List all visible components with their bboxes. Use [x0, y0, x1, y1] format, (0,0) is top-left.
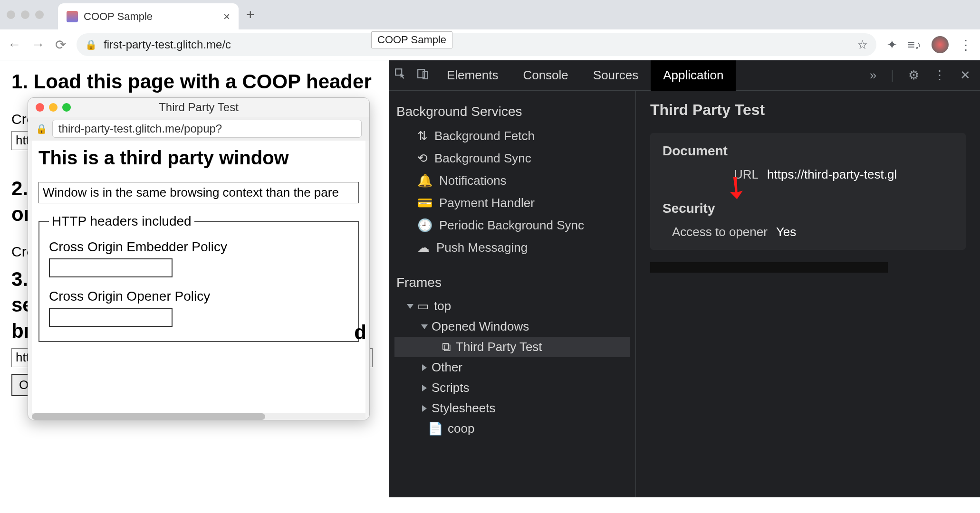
cloud-icon: ☁: [417, 240, 430, 255]
chevron-right-icon: [422, 385, 427, 391]
window-icon: ⧉: [442, 340, 451, 354]
frame-opened-windows[interactable]: Opened Windows: [394, 316, 630, 337]
chevron-down-icon: [421, 324, 428, 329]
page-heading-1: 1. Load this page with a COOP header: [11, 69, 377, 95]
mac-max-dot[interactable]: [35, 10, 44, 19]
fetch-icon: ⇅: [417, 129, 428, 143]
browser-tab[interactable]: COOP Sample ×: [58, 3, 239, 29]
window-controls[interactable]: [7, 10, 44, 19]
forward-button[interactable]: →: [31, 37, 45, 52]
tab-sources[interactable]: Sources: [581, 60, 651, 91]
tab-application[interactable]: Application: [651, 60, 736, 91]
coop-label: Cross Origin Opener Policy: [49, 289, 348, 304]
reading-list-icon[interactable]: ≡♪: [908, 38, 921, 52]
address-tooltip: COOP Sample: [371, 31, 452, 48]
browser-menu-icon[interactable]: ⋮: [959, 37, 972, 53]
profile-avatar[interactable]: [932, 36, 949, 53]
frame-top[interactable]: ▭ top: [394, 296, 630, 316]
chevron-down-icon: [407, 304, 413, 309]
truncated-d: d: [354, 321, 365, 344]
tab-title: COOP Sample: [84, 10, 153, 23]
sidebar-item-payment-handler[interactable]: 💳Payment Handler: [394, 192, 630, 214]
document-heading: Document: [663, 143, 953, 159]
tab-elements[interactable]: Elements: [434, 60, 510, 91]
frame-icon: ▭: [417, 299, 429, 314]
gear-icon[interactable]: ⚙: [908, 68, 919, 83]
frame-scripts[interactable]: Scripts: [394, 378, 630, 398]
sidebar-item-periodic-sync[interactable]: 🕘Periodic Background Sync: [394, 214, 630, 237]
browser-chrome: COOP Sample × + ← → ⟳ 🔒 first-party-test…: [0, 0, 980, 60]
popup-lock-icon: 🔒: [36, 123, 48, 134]
frame-stylesheets[interactable]: Stylesheets: [394, 398, 630, 418]
address-bar[interactable]: 🔒 first-party-test.glitch.me/c COOP Samp…: [77, 33, 876, 56]
tab-strip: COOP Sample × +: [0, 0, 980, 29]
frame-third-party-test[interactable]: ⧉ Third Party Test: [394, 337, 630, 357]
toolbar: ← → ⟳ 🔒 first-party-test.glitch.me/c COO…: [0, 29, 980, 60]
access-value: Yes: [776, 225, 796, 239]
sidebar-item-notifications[interactable]: 🔔Notifications: [394, 170, 630, 192]
popup-title: Third Party Test: [28, 101, 369, 114]
coep-label: Cross Origin Embedder Policy: [49, 239, 348, 255]
clock-icon: 🕘: [417, 218, 432, 233]
more-tabs-icon[interactable]: »: [870, 68, 876, 83]
close-tab-icon[interactable]: ×: [223, 11, 230, 22]
popup-body: This is a third party window Window is i…: [32, 141, 365, 416]
devtools-menu-icon[interactable]: ⋮: [933, 68, 946, 83]
console-drawer-stub[interactable]: [650, 262, 888, 273]
url-value: https://third-party-test.gl: [767, 167, 897, 182]
page-content: 1. Load this page with a COOP header Cro…: [0, 60, 389, 497]
chevron-right-icon: [422, 364, 427, 371]
favicon-icon: [67, 11, 78, 22]
card-icon: 💳: [417, 196, 432, 210]
popup-address-row: 🔒 third-party-test.glitch.me/popup?: [28, 117, 369, 141]
frame-other[interactable]: Other: [394, 357, 630, 378]
access-label: Access to opener: [672, 225, 768, 239]
coep-input[interactable]: [49, 258, 173, 277]
tab-console[interactable]: Console: [510, 60, 580, 91]
file-icon: 📄: [428, 421, 443, 436]
mac-min-dot[interactable]: [21, 10, 29, 19]
mac-close-dot[interactable]: [7, 10, 15, 19]
devtools-sidebar: Background Services ⇅Background Fetch ⟲B…: [389, 91, 636, 497]
inspect-icon[interactable]: [389, 67, 412, 83]
headers-fieldset: HTTP headers included Cross Origin Embed…: [38, 214, 359, 342]
popup-titlebar[interactable]: Third Party Test: [28, 98, 369, 117]
sidebar-item-push-messaging[interactable]: ☁Push Messaging: [394, 237, 630, 259]
background-services-heading: Background Services: [396, 104, 628, 119]
chevron-right-icon: [422, 405, 427, 412]
frame-coop-file[interactable]: 📄 coop: [394, 418, 630, 439]
sidebar-item-background-fetch[interactable]: ⇅Background Fetch: [394, 125, 630, 147]
device-icon[interactable]: [412, 67, 434, 83]
bookmark-star-icon[interactable]: ☆: [857, 38, 868, 52]
security-heading: Security: [663, 201, 953, 216]
popup-url[interactable]: third-party-test.glitch.me/popup?: [52, 120, 362, 138]
devtools-main: Third Party Test Document URL https://th…: [636, 91, 980, 497]
headers-legend: HTTP headers included: [49, 214, 194, 229]
popup-status-box: Window is in the same browsing context t…: [38, 182, 359, 203]
popup-heading: This is a third party window: [38, 147, 359, 169]
address-text: first-party-test.glitch.me/c: [104, 38, 231, 51]
frame-details-card: Document URL https://third-party-test.gl…: [650, 133, 966, 250]
back-button[interactable]: ←: [8, 37, 21, 52]
svg-rect-1: [418, 69, 424, 77]
lock-icon: 🔒: [85, 39, 97, 50]
popup-scrollbar[interactable]: [32, 413, 365, 420]
sync-icon: ⟲: [417, 151, 428, 166]
bell-icon: 🔔: [417, 173, 432, 188]
devtools-panel: Elements Console Sources Application » |…: [389, 60, 980, 497]
frame-title: Third Party Test: [650, 101, 966, 119]
devtools-close-icon[interactable]: ✕: [960, 68, 970, 83]
coop-input[interactable]: [49, 308, 173, 327]
popup-window: Third Party Test 🔒 third-party-test.glit…: [28, 97, 370, 420]
extensions-icon[interactable]: ✦: [887, 38, 897, 52]
new-tab-button[interactable]: +: [246, 7, 255, 23]
frames-heading: Frames: [396, 275, 628, 290]
reload-button[interactable]: ⟳: [55, 37, 66, 53]
sidebar-item-background-sync[interactable]: ⟲Background Sync: [394, 147, 630, 170]
devtools-tabbar: Elements Console Sources Application » |…: [389, 60, 980, 91]
